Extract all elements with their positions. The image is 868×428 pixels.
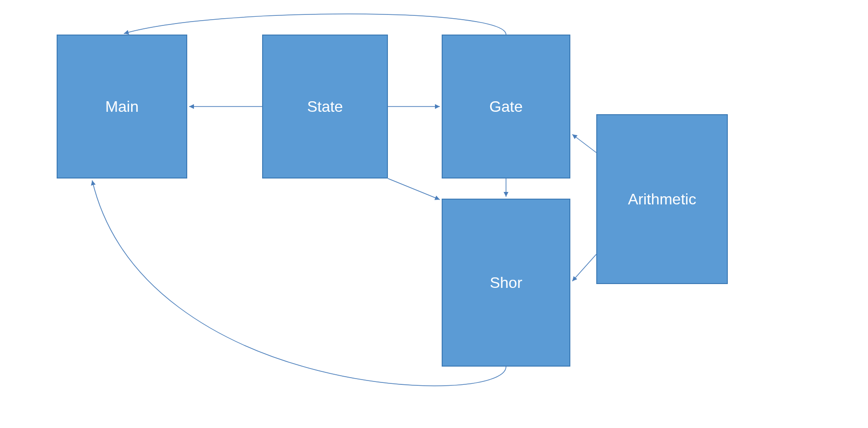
node-main-label: Main xyxy=(105,98,138,116)
node-gate: Gate xyxy=(442,35,570,178)
node-state: State xyxy=(262,35,388,178)
edge-state-shor xyxy=(388,178,440,200)
node-arithmetic-label: Arithmetic xyxy=(628,190,696,208)
node-state-label: State xyxy=(307,98,343,116)
edge-arithmetic-gate xyxy=(572,134,596,153)
node-arithmetic: Arithmetic xyxy=(596,114,728,284)
node-gate-label: Gate xyxy=(489,98,522,116)
node-shor: Shor xyxy=(442,199,570,367)
diagram-canvas: Main State Gate Shor Arithmetic xyxy=(0,0,868,428)
node-shor-label: Shor xyxy=(490,274,522,292)
node-main: Main xyxy=(57,35,187,178)
edge-gate-main xyxy=(124,14,506,35)
edge-arithmetic-shor xyxy=(572,254,596,281)
